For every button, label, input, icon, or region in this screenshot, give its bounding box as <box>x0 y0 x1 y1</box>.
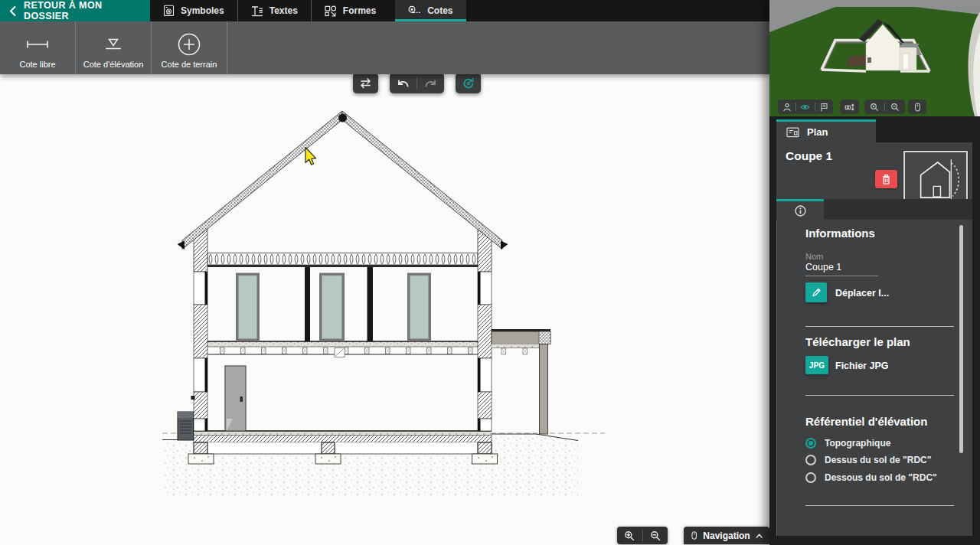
name-input[interactable]: Coupe 1 <box>805 262 878 276</box>
tab-label: Cotes <box>427 5 452 16</box>
radio-circle[interactable] <box>805 472 816 483</box>
informations-title: Informations <box>805 227 875 240</box>
tool-cote-libre[interactable]: Cote libre <box>0 21 76 74</box>
radio-label: Dessus du sol de "RDC" <box>825 455 931 465</box>
name-label: Nom <box>805 252 823 261</box>
top-bar: RETOUR À MON DOSSIER Symboles <box>0 0 769 21</box>
swap-button[interactable] <box>353 73 378 93</box>
back-to-folder-button[interactable]: RETOUR À MON DOSSIER <box>0 0 150 21</box>
tab-textes[interactable]: Textes <box>238 0 312 21</box>
mouse-icon <box>691 530 697 541</box>
measuring-tape-icon <box>408 5 421 16</box>
dimension-toolbar: Cote libre Cote d'élévation Cote de terr… <box>0 21 769 74</box>
zoom-group-3d <box>864 100 905 114</box>
plan-name-title: Coupe 1 <box>786 149 832 163</box>
tab-plan[interactable]: Plan <box>776 119 876 142</box>
free-dimension-icon <box>24 29 51 60</box>
move-section-button[interactable] <box>805 282 827 302</box>
tool-cote-elevation[interactable]: Cote d'élévation <box>76 21 152 74</box>
tab-cotes[interactable]: Cotes <box>395 0 466 21</box>
delete-plan-button[interactable] <box>875 170 897 188</box>
informations-panel: Informations Nom Coupe 1 Déplacer l... T… <box>776 220 972 536</box>
radio-label: Dessous du sol de "RDC" <box>825 472 937 483</box>
tab-label: Textes <box>270 5 298 16</box>
elevation-title: Référentiel d'élévation <box>805 415 927 428</box>
zoom-out-icon <box>650 530 661 541</box>
reset-view-button[interactable] <box>456 73 481 93</box>
main-tabs: Symboles Textes <box>150 0 769 21</box>
radio-label: Topographique <box>825 438 890 449</box>
radio-circle[interactable] <box>805 455 816 465</box>
jpg-file-label[interactable]: Fichier JPG <box>835 361 888 371</box>
tool-cote-terrain[interactable]: Cote de terrain <box>152 21 227 74</box>
tab-informations[interactable] <box>776 199 824 220</box>
reset-view-icon <box>462 77 475 90</box>
panel-scrollbar[interactable] <box>959 225 963 453</box>
radio-dessus-sol-rdc[interactable]: Dessus du sol de "RDC" <box>805 455 931 465</box>
move-button-label[interactable]: Déplacer l... <box>835 288 889 299</box>
divider <box>805 505 954 506</box>
zoom-in-button[interactable] <box>619 527 639 544</box>
radio-dessous-sol-rdc[interactable]: Dessous du sol de "RDC" <box>805 472 937 483</box>
tool-label: Cote d'élévation <box>83 60 144 69</box>
orbit-group <box>840 100 859 114</box>
person-view-button[interactable] <box>779 100 795 114</box>
section-drawing <box>0 74 769 545</box>
divider <box>805 395 954 396</box>
eye-view-button[interactable] <box>798 100 813 114</box>
zoom-out-button-3d[interactable] <box>887 100 903 114</box>
shapes-icon <box>325 5 337 17</box>
terrain-dimension-icon <box>175 29 203 60</box>
swap-icon <box>359 77 372 89</box>
3d-preview-viewport[interactable] <box>769 0 980 116</box>
tab-strip-background <box>824 199 972 220</box>
upper-doors <box>236 273 431 342</box>
tab-label: Formes <box>343 5 376 16</box>
washing-machine-icon <box>163 5 175 17</box>
plan-properties-panel: Coupe 1 <box>776 142 972 536</box>
tool-label: Cote libre <box>19 60 55 69</box>
undo-icon <box>397 78 410 89</box>
divider <box>805 326 954 327</box>
text-icon <box>251 5 263 17</box>
tab-symboles[interactable]: Symboles <box>150 0 238 21</box>
building-view-button[interactable] <box>816 100 831 114</box>
elevation-dimension-icon <box>100 29 126 60</box>
plan-tab-label: Plan <box>807 126 828 138</box>
undo-button[interactable] <box>390 73 416 93</box>
trash-icon <box>881 174 891 185</box>
radio-topographique[interactable]: Topographique <box>805 438 890 449</box>
mouse-mode-group <box>908 100 926 114</box>
view-mode-group <box>778 100 833 114</box>
pencil-icon <box>811 287 822 298</box>
zoom-in-icon <box>624 530 635 541</box>
canvas-zoom-controls <box>617 527 668 544</box>
mouse-mode-button[interactable] <box>910 100 925 114</box>
back-label: RETOUR À MON DOSSIER <box>24 0 150 21</box>
mouse-cursor <box>305 148 316 165</box>
redo-button[interactable] <box>417 73 444 93</box>
orbit-camera-button[interactable] <box>842 100 858 114</box>
download-jpg-button[interactable]: JPG <box>805 356 828 374</box>
download-title: Télécharger le plan <box>805 335 910 348</box>
application-window: RETOUR À MON DOSSIER Symboles <box>0 0 980 545</box>
navigation-button[interactable]: Navigation <box>684 527 769 544</box>
zoom-in-button-3d[interactable] <box>867 100 882 114</box>
radio-circle[interactable] <box>805 438 816 449</box>
tab-label: Symboles <box>181 5 224 16</box>
undo-redo-group <box>390 73 444 93</box>
redo-icon <box>424 78 437 89</box>
divider <box>642 530 643 541</box>
right-sidebar: Plan Coupe 1 <box>769 0 980 545</box>
info-icon <box>795 205 806 217</box>
zoom-out-button[interactable] <box>645 527 665 544</box>
plan-icon <box>786 127 799 138</box>
tool-label: Cote de terrain <box>162 60 217 69</box>
canvas-float-toolbar <box>353 73 481 93</box>
chevron-up-icon <box>756 533 763 539</box>
navigation-label: Navigation <box>703 530 750 541</box>
drawing-canvas[interactable]: Navigation <box>0 74 769 545</box>
3d-viewport-toolbar <box>769 100 980 115</box>
chevron-left-icon <box>8 5 17 17</box>
tab-formes[interactable]: Formes <box>312 0 389 21</box>
